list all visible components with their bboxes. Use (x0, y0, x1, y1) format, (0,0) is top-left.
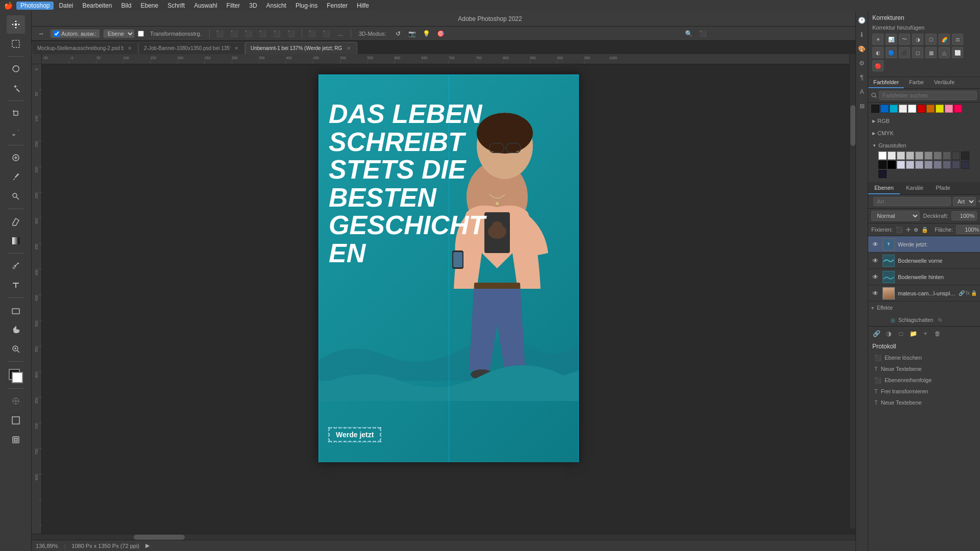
gs-black[interactable] (888, 161, 896, 169)
align-top-btn[interactable]: ⬛ (257, 28, 268, 39)
crop-tool[interactable] (7, 104, 25, 122)
layout-icon[interactable]: ⊞ (857, 101, 867, 111)
artboard-tool[interactable] (7, 431, 25, 449)
screen-mode-tool[interactable] (7, 411, 25, 430)
tab-verlaeufe[interactable]: Verläufe (929, 77, 960, 88)
rotate-btn[interactable]: ↺ (393, 28, 404, 39)
ebene-select[interactable]: Ebene (103, 29, 135, 38)
distribute-v-btn[interactable]: ⬛ (321, 28, 332, 39)
scrollbar-vertical[interactable] (849, 54, 855, 529)
menu-hilfe[interactable]: Hilfe (353, 2, 373, 10)
swatch-red[interactable] (917, 105, 925, 113)
layer-bodenwelle-vorne[interactable]: 👁 Bodenwelle vorne (868, 253, 980, 269)
effekte-toggle[interactable]: ▾ (871, 305, 874, 311)
photofilter-icon[interactable]: 🔵 (886, 47, 897, 58)
gs-12[interactable] (906, 161, 914, 169)
posterize-icon[interactable]: ▦ (925, 47, 937, 58)
gs-16[interactable] (943, 161, 951, 169)
layer-bodenwelle-hinten[interactable]: 👁 Bodenwelle hinten (868, 269, 980, 285)
brightness-icon[interactable]: ☀ (872, 34, 884, 45)
gs-10[interactable] (878, 161, 887, 169)
swatch-black[interactable] (871, 105, 879, 113)
gs-4[interactable] (915, 152, 923, 160)
threshold-icon[interactable]: △ (939, 47, 950, 58)
eraser-tool[interactable] (7, 212, 25, 231)
new-group-btn[interactable]: 📁 (908, 329, 918, 339)
history-icon[interactable]: 🕐 (857, 15, 867, 26)
menu-bearbeiten[interactable]: Bearbeiten (78, 2, 116, 10)
tab-unbenannt-close[interactable]: ✕ (346, 45, 352, 51)
fix-artboard-icon[interactable]: ⊕ (914, 226, 918, 234)
fix-pixels-icon[interactable]: ⬛ (896, 226, 903, 234)
gs-1[interactable] (888, 152, 896, 160)
autom-checkbox[interactable]: Autom. ausw.: (50, 29, 100, 38)
light-btn[interactable]: 💡 (421, 28, 432, 39)
cta-text-box[interactable]: Werde jetzt (329, 428, 381, 442)
tab-kanaele[interactable]: Kanäle (900, 182, 929, 194)
eyedropper-tool[interactable] (7, 123, 25, 142)
gs-14[interactable] (924, 161, 933, 169)
more-options-btn[interactable]: ... (335, 30, 346, 38)
swatch-orange[interactable] (926, 105, 935, 113)
quick-mask-tool[interactable] (7, 392, 25, 410)
tab-pfade[interactable]: Pfade (929, 182, 957, 194)
align-center-h-btn[interactable]: ⬛ (229, 28, 240, 39)
menu-filter[interactable]: Filter (223, 2, 244, 10)
adjustments-icon[interactable]: ⚙ (857, 58, 867, 68)
scroll-thumb-v[interactable] (850, 105, 855, 146)
gs-17[interactable] (952, 161, 960, 169)
farbfelder-search-input[interactable] (879, 91, 977, 100)
heal-tool[interactable] (7, 148, 25, 167)
fix-all-icon[interactable]: 🔒 (921, 226, 928, 234)
menu-datei[interactable]: Datei (55, 2, 77, 10)
transform-checkbox[interactable] (138, 31, 144, 37)
layer-mateus[interactable]: 👁 mateus-cam...l-unsplash 🔗 fx 🔒 (868, 285, 980, 302)
hand-tool[interactable] (7, 320, 25, 339)
gs-2[interactable] (897, 152, 905, 160)
protokoll-ebene-loeschen[interactable]: ⬛ Ebene löschen (872, 352, 976, 363)
hue-icon[interactable]: 🌈 (939, 34, 950, 45)
tab-banner[interactable]: 2-Job-Banner-1080x1350.psd bei 135% (RGB… (138, 42, 245, 54)
exposure-icon[interactable]: ◑ (912, 34, 923, 45)
menu-schrift[interactable]: Schrift (163, 2, 189, 10)
distribute-h-btn[interactable]: ⬛ (307, 28, 318, 39)
protokoll-neue-textebene-2[interactable]: T Neue Textebene (872, 397, 976, 408)
graustufen-group-header[interactable]: ▼ Graustufen (872, 141, 976, 149)
layer-type-select[interactable]: Art (953, 197, 976, 206)
gs-3[interactable] (906, 152, 914, 160)
ebenen-filter-input[interactable] (873, 197, 951, 206)
gs-white[interactable] (878, 152, 887, 160)
zoom-tool[interactable] (7, 340, 25, 358)
menu-fenster[interactable]: Fenster (323, 2, 352, 10)
swatch-hotpink[interactable] (954, 105, 962, 113)
menu-auswahl[interactable]: Auswahl (190, 2, 221, 10)
menu-ebene[interactable]: Ebene (136, 2, 162, 10)
gs-11[interactable] (897, 161, 905, 169)
brush-tool[interactable] (7, 168, 25, 186)
gs-15[interactable] (934, 161, 942, 169)
zoom-level[interactable]: 136,89% (36, 543, 58, 549)
window-btn[interactable]: ⬛ (698, 28, 709, 39)
protokoll-neue-textebene-1[interactable]: T Neue Textebene (872, 363, 976, 374)
add-mask-btn[interactable]: □ (896, 329, 906, 339)
selection-tool[interactable] (7, 35, 25, 53)
menu-photoshop[interactable]: Photoshop (16, 2, 54, 10)
gs-13[interactable] (915, 161, 923, 169)
character-icon[interactable]: A (857, 87, 867, 97)
autom-checkbox-input[interactable] (54, 31, 60, 37)
camera-btn[interactable]: 📷 (407, 28, 418, 39)
gs-6[interactable] (934, 152, 942, 160)
sub-schlagschatten[interactable]: ◎ Schlagschatten fx (868, 314, 980, 326)
delete-layer-btn[interactable]: 🗑 (933, 329, 943, 339)
menu-3d[interactable]: 3D (245, 2, 261, 10)
protokoll-frei-transformieren[interactable]: T Frei transformieren (872, 386, 976, 397)
scrollbar-horizontal[interactable] (32, 534, 855, 540)
curves-icon[interactable]: 〜 (899, 34, 910, 45)
search-btn[interactable]: 🔍 (683, 28, 695, 39)
pen-tool[interactable] (7, 257, 25, 275)
blackwhite-icon[interactable]: ◐ (872, 47, 884, 58)
align-center-v-btn[interactable]: ⬛ (272, 28, 283, 39)
swatch-blue[interactable] (880, 105, 889, 113)
layer-eye-bh[interactable]: 👁 (871, 273, 879, 281)
color-swatches[interactable] (7, 367, 25, 385)
